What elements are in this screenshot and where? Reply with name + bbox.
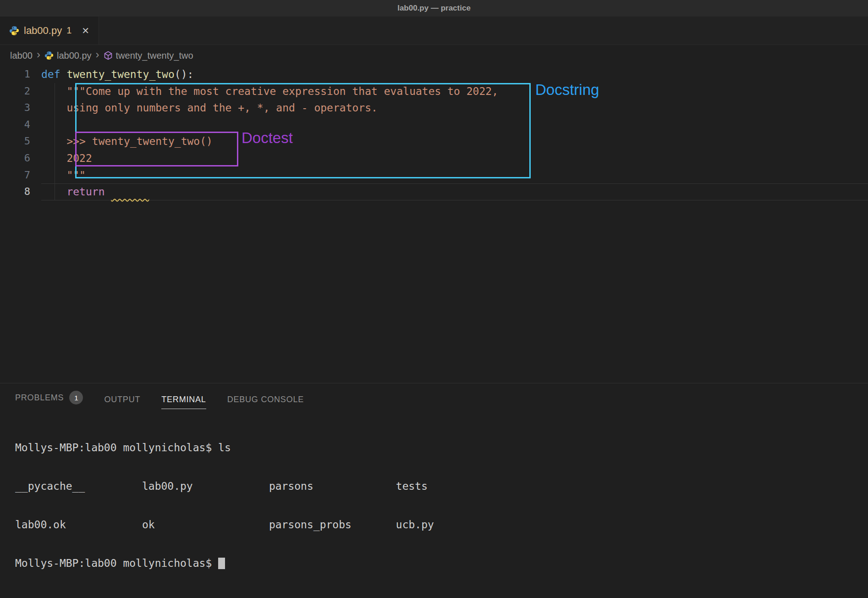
symbol-cube-icon [104,51,113,60]
code-text: >>> twenty_twenty_two() [41,133,868,150]
tab-close-icon[interactable]: ✕ [82,25,89,36]
code-text: using only numbers and the +, *, and - o… [41,100,868,116]
terminal-cursor [218,558,225,569]
code-line[interactable]: 5 >>> twenty_twenty_two() [0,133,868,150]
window-title-bar: lab00.py — practice [0,0,868,17]
tab-debug-console[interactable]: DEBUG CONSOLE [227,395,304,409]
terminal-line: lab00.ok ok parsons_probs ucb.py [15,518,868,531]
code-text: """Come up with the most creative expres… [41,83,868,100]
tab-problems[interactable]: PROBLEMS 1 [15,391,83,409]
code-line[interactable]: 8 return [0,183,868,200]
code-text: """ [41,167,868,184]
line-number: 7 [0,167,41,184]
code-text [41,116,868,133]
terminal-line: __pycache__ lab00.py parsons tests [15,480,868,493]
breadcrumb-file[interactable]: lab00.py [44,50,92,61]
line-number: 8 [0,183,41,200]
chevron-right-icon: › [96,49,99,60]
python-icon [44,51,54,60]
code-editor[interactable]: 1def twenty_twenty_two():2 """Come up wi… [0,66,868,383]
bottom-panel: PROBLEMS 1 OUTPUT TERMINAL DEBUG CONSOLE… [0,383,868,598]
tab-modified-badge: 1 [66,25,71,36]
terminal-line: Mollys-MBP:lab00 mollynicholas$ ls [15,441,868,454]
code-lines: 1def twenty_twenty_two():2 """Come up wi… [0,66,868,200]
tab-output[interactable]: OUTPUT [104,395,140,409]
terminal[interactable]: Mollys-MBP:lab00 mollynicholas$ ls __pyc… [0,409,868,595]
tab-lab00py[interactable]: lab00.py 1 ✕ [0,17,99,44]
chevron-right-icon: › [37,49,40,60]
breadcrumb: lab00 › lab00.py › twenty_twenty_two [0,45,868,66]
line-number: 1 [0,66,41,83]
code-line[interactable]: 1def twenty_twenty_two(): [0,66,868,83]
line-number: 2 [0,83,41,100]
code-line[interactable]: 7 """ [0,167,868,184]
problems-count-badge: 1 [69,391,83,404]
breadcrumb-folder[interactable]: lab00 [10,50,33,61]
terminal-prompt: Mollys-MBP:lab00 mollynicholas$ [15,557,218,569]
panel-tab-bar: PROBLEMS 1 OUTPUT TERMINAL DEBUG CONSOLE [0,383,868,409]
code-text: 2022 [41,150,868,167]
tab-filename: lab00.py [24,25,62,37]
editor-tab-bar: lab00.py 1 ✕ [0,17,868,45]
line-number: 3 [0,100,41,116]
breadcrumb-symbol[interactable]: twenty_twenty_two [104,50,193,61]
line-number: 4 [0,116,41,133]
indent-guide [55,83,55,200]
python-icon [9,26,19,36]
code-line[interactable]: 3 using only numbers and the +, *, and -… [0,100,868,116]
code-text: return [41,183,868,200]
code-line[interactable]: 2 """Come up with the most creative expr… [0,83,868,100]
window-title: lab00.py — practice [397,4,471,13]
tab-output-label: OUTPUT [104,395,140,404]
line-number: 5 [0,133,41,150]
code-line[interactable]: 6 2022 [0,150,868,167]
tab-terminal[interactable]: TERMINAL [161,395,206,409]
tab-problems-label: PROBLEMS [15,393,64,403]
code-line[interactable]: 4 [0,116,868,133]
line-number: 6 [0,150,41,167]
terminal-prompt-line: Mollys-MBP:lab00 mollynicholas$ [15,557,868,570]
code-text: def twenty_twenty_two(): [41,66,868,83]
tab-debug-console-label: DEBUG CONSOLE [227,395,304,404]
tab-terminal-label: TERMINAL [161,395,206,404]
